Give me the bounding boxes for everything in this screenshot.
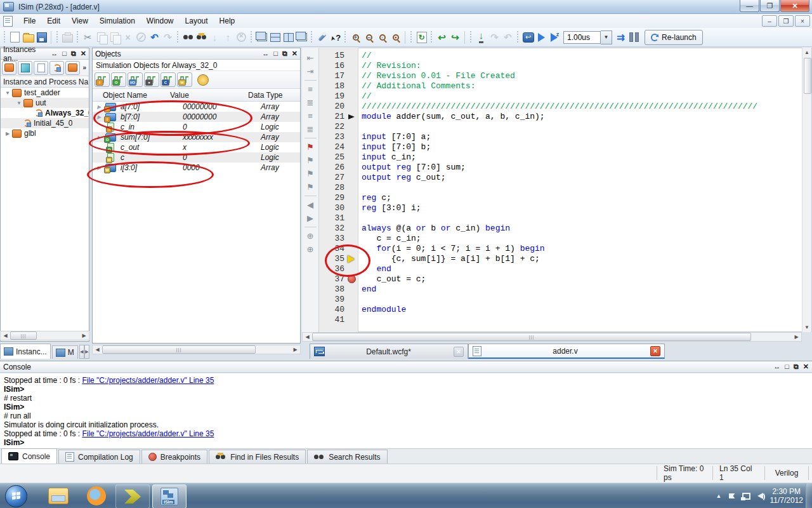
code-line-38[interactable]: 38end: [319, 284, 802, 295]
code-line-29[interactable]: 29reg c;: [319, 193, 802, 203]
run-time-dropdown-icon[interactable]: ▼: [601, 30, 612, 44]
code-line-28[interactable]: 28: [319, 183, 802, 193]
force-value-clock-icon[interactable]: [197, 74, 209, 86]
redo-button[interactable]: ↷: [161, 30, 174, 44]
restore-button[interactable]: ❐: [760, 0, 780, 12]
step-button[interactable]: ⇉: [614, 30, 627, 44]
volume-icon[interactable]: [757, 493, 763, 499]
code-line-15[interactable]: 15//: [319, 51, 802, 61]
instances-hscrollbar[interactable]: ◀||| ▶: [0, 331, 89, 340]
prev-block-button[interactable]: ⇤: [304, 51, 317, 65]
code-line-31[interactable]: 31: [319, 213, 802, 224]
new-file-button[interactable]: [8, 30, 22, 44]
show-desktop-button[interactable]: [806, 483, 812, 508]
show-lines-button[interactable]: ≡: [304, 109, 317, 123]
module-filter-button[interactable]: [65, 61, 80, 75]
editor-vscrollbar[interactable]: ▲ ▼: [802, 48, 811, 332]
code-line-35[interactable]: 35 {c, sum[i]} = a[i] + b[1] + c;: [319, 254, 802, 264]
preferences-wrench-button[interactable]: [315, 30, 329, 44]
code-line-36[interactable]: 36 end: [319, 264, 802, 274]
code-line-23[interactable]: 23input [7:0] a;: [319, 132, 802, 142]
tray-clock[interactable]: 2:30 PM 11/7/2012: [770, 487, 804, 505]
variables-filter-button[interactable]: W: [177, 72, 192, 87]
inouts-filter-button[interactable]: I/O: [128, 72, 143, 87]
clear-bookmarks-button[interactable]: ⚑: [304, 180, 317, 194]
run-for-time-button[interactable]: z: [548, 30, 561, 44]
inputs-filter-button[interactable]: I: [95, 72, 110, 87]
tab-scroll-left-icon[interactable]: ◀: [79, 345, 84, 359]
instances-column-header[interactable]: Instance and Process Na: [1, 76, 89, 88]
objects-hscrollbar[interactable]: ◀||| ▶: [92, 345, 301, 354]
minimize-button[interactable]: —: [740, 0, 759, 12]
nav-forward-button[interactable]: ▶: [304, 211, 317, 225]
open-file-button[interactable]: [22, 30, 35, 44]
constants-filter-button[interactable]: C: [160, 72, 176, 87]
code-line-16[interactable]: 16// Revision:: [319, 61, 802, 71]
tree-item-initial_45_0[interactable]: Initial_45_0: [1, 118, 89, 128]
maximize-panel-icon[interactable]: □: [785, 363, 789, 370]
start-button[interactable]: [5, 485, 27, 507]
expander-open-icon[interactable]: ▼: [3, 90, 12, 96]
object-row-i30[interactable]: ▶Wi[3:0]0000Array: [93, 163, 300, 173]
expander-open-icon[interactable]: ▼: [15, 100, 23, 106]
mdi-close-button[interactable]: ×: [795, 15, 810, 27]
tile-vertical-button[interactable]: [282, 30, 295, 44]
close-panel-icon[interactable]: ✕: [292, 50, 298, 57]
goto-source-button[interactable]: ↩: [521, 30, 535, 44]
toggle-bookmark-button[interactable]: ⚑: [304, 140, 317, 154]
whats-this-help-button[interactable]: [329, 30, 342, 44]
code-line-34[interactable]: 34 for(i = 0; i < 7; i = i + 1) begin: [319, 244, 802, 254]
close-panel-icon[interactable]: ✕: [81, 50, 86, 57]
code-line-40[interactable]: 40endmodule: [319, 305, 802, 315]
code-line-25[interactable]: 25input c_in;: [319, 152, 802, 163]
tree-item-always_32_0[interactable]: Always_32_0: [1, 108, 89, 118]
delete-button[interactable]: ×: [121, 30, 134, 44]
tree-item-test_adder[interactable]: ▼test_adder: [1, 88, 89, 98]
code-line-32[interactable]: 32always @(a or b or c_in) begin: [319, 224, 802, 234]
code-line-30[interactable]: 30reg [3:0] i;: [319, 203, 802, 213]
document-menu-icon[interactable]: [3, 16, 13, 27]
show-lines-5-button[interactable]: ≣: [304, 123, 317, 136]
restart-back-button[interactable]: ↩: [435, 30, 449, 44]
column-object-name[interactable]: Object Name: [93, 91, 170, 100]
tab-close-icon[interactable]: ✕: [650, 346, 660, 356]
tile-horizontal-button[interactable]: [268, 30, 282, 44]
code-line-26[interactable]: 26output reg [7:0] sum;: [319, 163, 802, 173]
float-panel-icon[interactable]: ↔: [773, 363, 780, 370]
run-time-value[interactable]: 1.00us: [563, 31, 601, 44]
zoom-area-button[interactable]: ▪: [389, 30, 402, 44]
code-line-41[interactable]: 41: [319, 315, 802, 325]
source-filter-button[interactable]: [34, 61, 48, 75]
menu-view[interactable]: View: [66, 15, 94, 27]
goto-line-5-button[interactable]: ≣: [304, 96, 317, 109]
editor-tab-defaultwcfg[interactable]: Default.wcfg*✕: [310, 344, 468, 359]
code-line-27[interactable]: 27output reg c_out;: [319, 173, 802, 183]
restore-panel-icon[interactable]: ⧉: [794, 363, 799, 370]
overlap-windows-button[interactable]: [295, 30, 308, 44]
column-data-type[interactable]: Data Type: [248, 91, 282, 100]
explorer-taskbar-icon[interactable]: [48, 488, 69, 504]
code-line-19[interactable]: 19//: [319, 91, 802, 102]
paste-button[interactable]: [108, 30, 121, 44]
zoom-full-button[interactable]: ◦: [376, 30, 389, 44]
object-row-a70[interactable]: ▶Ia[7:0]00000000Array: [93, 102, 300, 112]
tab-close-icon[interactable]: ✕: [454, 347, 464, 357]
execution-marker[interactable]: [346, 254, 358, 264]
cancel-search-button[interactable]: [235, 30, 248, 44]
ise-taskbar-button[interactable]: [115, 485, 150, 508]
tree-item-uut[interactable]: ▼uut: [1, 98, 89, 108]
bookmark-question-button[interactable]: ⚑: [304, 154, 317, 167]
menu-edit[interactable]: Edit: [41, 15, 66, 27]
goto-line-button[interactable]: ≡: [304, 83, 317, 96]
menu-help[interactable]: Help: [214, 15, 241, 27]
cascade-windows-button[interactable]: [255, 30, 268, 44]
design-unit-filter-button[interactable]: [18, 61, 32, 75]
menu-layout[interactable]: Layout: [180, 15, 214, 27]
mdi-minimize-button[interactable]: –: [762, 15, 777, 27]
cut-button[interactable]: ✂: [81, 30, 95, 44]
step-into-button[interactable]: ↓: [475, 30, 488, 44]
editor-lines[interactable]: 15//16// Revision:17// Revision 0.01 - F…: [319, 51, 802, 325]
column-value[interactable]: Value: [170, 91, 248, 100]
next-block-button[interactable]: ⇥: [304, 65, 317, 78]
restore-panel-icon[interactable]: ⧉: [71, 50, 76, 57]
